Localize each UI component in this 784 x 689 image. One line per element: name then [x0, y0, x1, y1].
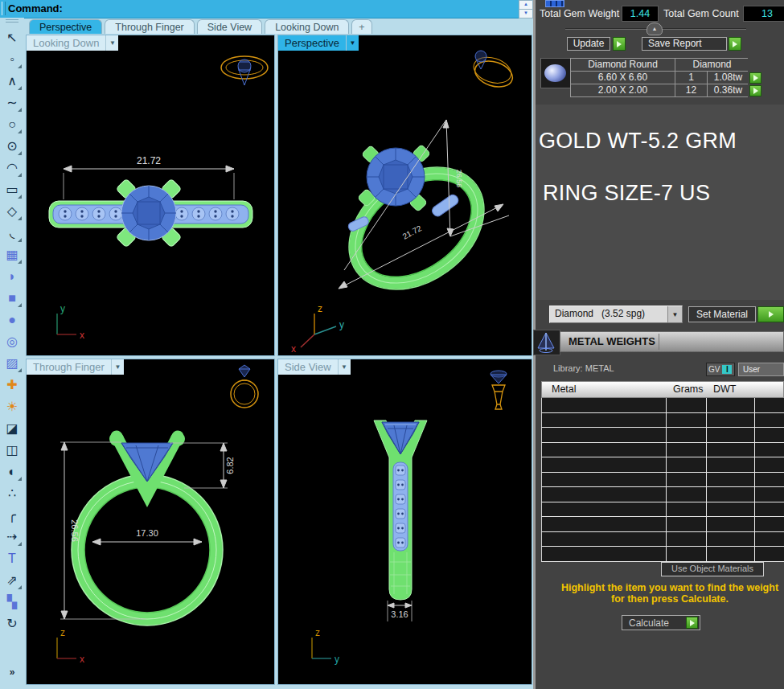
gem-size-cell[interactable]: 6.60 X 6.60: [571, 72, 675, 84]
metal-table-cell: [667, 532, 707, 547]
metal-table-row[interactable]: [541, 502, 784, 518]
select-icon[interactable]: ↖: [1, 27, 23, 48]
chevron-down-icon[interactable]: ▼: [346, 35, 359, 51]
tab-looking-down[interactable]: Looking Down: [265, 19, 349, 34]
control-point-curve-icon[interactable]: ∼: [1, 92, 23, 113]
viewport-label-looking-down[interactable]: Looking Down ▼: [27, 35, 118, 51]
chevron-down-icon[interactable]: ▼: [667, 306, 682, 322]
gem-row-go-button[interactable]: [749, 85, 761, 96]
axis-label-x: x: [291, 343, 296, 355]
metal-table-row[interactable]: [541, 398, 784, 413]
command-bar[interactable]: Command: ▲ ▼: [0, 0, 533, 18]
set-material-go-button[interactable]: [757, 306, 784, 322]
chevron-down-icon[interactable]: ▼: [338, 359, 351, 375]
metal-table-row[interactable]: [541, 547, 784, 562]
arc-icon[interactable]: ◠: [1, 157, 23, 178]
fillet-corner-icon[interactable]: ◟: [1, 222, 23, 244]
point-set-icon[interactable]: ∴: [1, 482, 23, 504]
box-icon[interactable]: ■: [1, 287, 23, 309]
sphere-icon[interactable]: ●: [1, 309, 23, 330]
play-icon: [733, 41, 737, 47]
move-icon[interactable]: ⇗: [1, 569, 23, 591]
tab-through-finger[interactable]: Through Finger: [105, 19, 194, 34]
update-button[interactable]: Update: [567, 37, 610, 51]
viewport-perspective[interactable]: Perspective ▼: [277, 35, 532, 356]
material-dropdown[interactable]: Diamond (3.52 spg) ▼: [549, 306, 683, 323]
trim-icon[interactable]: ◪: [1, 417, 23, 439]
point-icon[interactable]: ◦: [1, 48, 23, 70]
rotate-icon[interactable]: ↻: [1, 613, 23, 634]
column-header-dwt[interactable]: DWT: [707, 382, 755, 397]
torus-icon[interactable]: ◎: [1, 330, 23, 352]
metal-table-cell: [667, 413, 707, 428]
viewport-side-view[interactable]: Side View ▼: [277, 359, 532, 685]
viewport-label-through-finger[interactable]: Through Finger ▼: [27, 359, 124, 375]
metal-table-row[interactable]: [541, 443, 784, 458]
metal-table-row[interactable]: [541, 532, 784, 548]
viewport-through-finger[interactable]: Through Finger ▼: [26, 359, 275, 685]
gem-count-cell[interactable]: 12: [675, 84, 707, 96]
gem-size-cell[interactable]: 2.00 X 2.00: [571, 84, 675, 96]
metal-table-row[interactable]: [541, 517, 784, 532]
surface-from-points-icon[interactable]: ▦: [1, 244, 23, 265]
play-icon: [753, 88, 758, 94]
metal-table-row[interactable]: [541, 428, 784, 443]
metal-table-row[interactable]: [541, 457, 784, 473]
curved-surface-icon[interactable]: ◗: [1, 265, 23, 287]
set-material-button[interactable]: Set Material: [688, 306, 756, 322]
save-report-button[interactable]: Save Report: [642, 37, 727, 51]
chevron-down-icon[interactable]: ▼: [111, 359, 124, 375]
dimension-label-vertical: 26.56: [455, 170, 463, 188]
tab-add[interactable]: +: [351, 19, 371, 34]
ellipse-icon[interactable]: ⊙: [1, 135, 23, 157]
tab-perspective[interactable]: Perspective: [29, 19, 102, 34]
left-toolbar: ↖◦∧∼○⊙◠▭◇◟▦◗■●◎▨✚☀◪◫◐∴╭⇢T⇗▚↻ »: [0, 18, 24, 689]
calculate-button[interactable]: Calculate: [622, 615, 700, 630]
command-scroll-down-button[interactable]: ▼: [519, 9, 533, 18]
viewport-label-side-view[interactable]: Side View ▼: [278, 359, 351, 375]
rectangle-icon[interactable]: ▭: [1, 178, 23, 200]
update-go-button[interactable]: [613, 37, 626, 51]
boolean-circles-icon[interactable]: ◐: [1, 461, 23, 482]
metal-table-row[interactable]: [541, 473, 784, 488]
chevron-down-icon[interactable]: ▼: [105, 35, 118, 51]
metal-table-body: [541, 398, 784, 562]
gv-toggle-button[interactable]: GV I: [706, 363, 735, 376]
collapse-section-button[interactable]: ▲: [646, 23, 663, 35]
toolbar-grip[interactable]: [6, 22, 18, 23]
calculate-go-button[interactable]: [686, 617, 698, 629]
metal-table-row[interactable]: [541, 487, 784, 502]
metal-table-row[interactable]: [541, 413, 784, 429]
gem-weight-cell[interactable]: 1.08tw: [708, 72, 749, 84]
viewport-looking-down[interactable]: Looking Down ▼: [26, 35, 275, 356]
column-header-metal[interactable]: Metal: [542, 382, 667, 397]
command-bar-grip[interactable]: [2, 2, 6, 15]
explode-icon[interactable]: ☀: [1, 396, 23, 417]
toolbar-grip[interactable]: [6, 19, 18, 20]
gem-row-go-button[interactable]: [749, 72, 761, 84]
gem-count-cell[interactable]: 1: [675, 72, 707, 84]
surface-patch-icon[interactable]: ▨: [1, 352, 23, 374]
extend-curve-icon[interactable]: ⇢: [1, 526, 23, 548]
toolbar-icons: ↖◦∧∼○⊙◠▭◇◟▦◗■●◎▨✚☀◪◫◐∴╭⇢T⇗▚↻: [0, 27, 24, 634]
use-object-materials-button[interactable]: Use Object Materials: [661, 562, 764, 576]
boolean-jigsaw-icon[interactable]: ✚: [1, 374, 23, 396]
text-object-icon[interactable]: T: [1, 548, 23, 569]
metal-weights-header[interactable]: METAL WEIGHTS: [560, 331, 784, 352]
gem-weight-cell[interactable]: 0.36tw: [708, 84, 749, 96]
polyline-icon[interactable]: ∧: [1, 70, 23, 92]
viewport-label-perspective[interactable]: Perspective ▼: [278, 35, 359, 51]
gem-thumbnail[interactable]: [540, 58, 571, 88]
column-header-grams[interactable]: Grams: [667, 382, 707, 397]
fillet-curve-icon[interactable]: ╭: [1, 504, 23, 526]
tab-side-view[interactable]: Side View: [197, 19, 262, 34]
toolbar-more-button[interactable]: »: [0, 666, 24, 678]
user-library-button[interactable]: User: [738, 363, 784, 376]
play-icon: [769, 311, 774, 318]
circle-icon[interactable]: ○: [1, 113, 23, 135]
gem-table: Diamond Round Diamond 6.60 X 6.60 1 1.08…: [570, 58, 748, 97]
array-icon[interactable]: ▚: [1, 591, 23, 613]
save-report-go-button[interactable]: [729, 37, 741, 51]
polygon-icon[interactable]: ◇: [1, 200, 23, 222]
split-icon[interactable]: ◫: [1, 439, 23, 461]
